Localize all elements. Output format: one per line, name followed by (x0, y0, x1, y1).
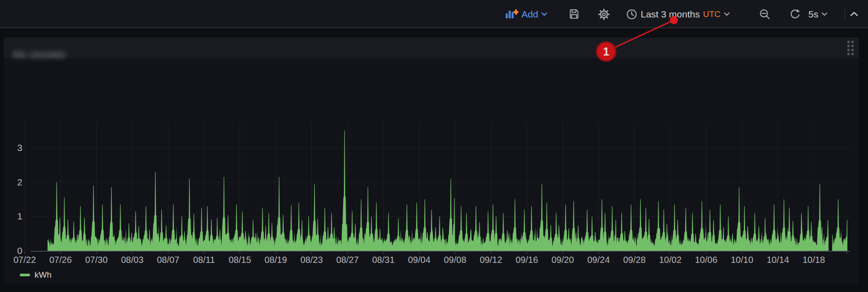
legend-series-swatch (20, 274, 30, 276)
magnifier-minus-icon (759, 8, 771, 20)
timezone-label: UTC (703, 9, 720, 19)
dashboard-toolbar: Add (0, 0, 868, 28)
panel-title: RD-1923382 (13, 50, 66, 60)
chevron-up-icon (850, 12, 858, 17)
refresh-button[interactable] (789, 0, 801, 28)
chevron-down-icon (541, 12, 547, 16)
time-range-picker[interactable]: Last 3 months UTC (626, 0, 730, 28)
chevron-down-icon (821, 12, 828, 16)
legend-series-label: kWh (35, 270, 52, 280)
refresh-icon (789, 8, 801, 20)
dashboard-settings-button[interactable] (598, 0, 610, 28)
refresh-interval-dropdown[interactable]: 5s (808, 0, 828, 28)
zoom-out-time-button[interactable] (759, 0, 771, 28)
gear-icon (598, 8, 610, 21)
collapse-toolbar-button[interactable] (850, 0, 858, 28)
bar-chart-plus-icon (505, 9, 518, 20)
add-panel-button[interactable]: Add (505, 0, 547, 28)
save-dashboard-button[interactable] (568, 0, 580, 28)
panel-header[interactable] (4, 38, 859, 58)
floppy-disk-icon (568, 8, 580, 20)
panel-drag-handle-icon[interactable] (847, 40, 859, 57)
time-range-label: Last 3 months (641, 9, 700, 20)
toolbar-divider (845, 8, 845, 20)
chevron-down-icon (724, 12, 730, 16)
chart-plot-area[interactable] (30, 103, 850, 251)
add-button-label: Add (521, 9, 538, 20)
clock-icon (626, 9, 638, 20)
refresh-interval-value: 5s (808, 9, 818, 20)
legend-item-kwh[interactable]: kWh (20, 270, 52, 280)
